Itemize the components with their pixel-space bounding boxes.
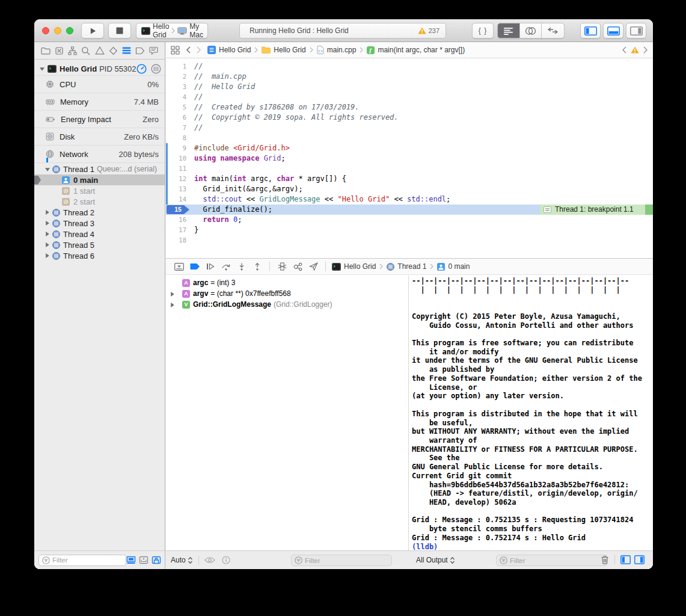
code-snippet-button[interactable]: { } — [472, 23, 494, 38]
version-editor-button[interactable] — [542, 23, 564, 38]
previous-issue-button[interactable] — [622, 46, 626, 54]
show-interesting-frames-icon[interactable] — [126, 556, 136, 564]
clear-console-button[interactable] — [601, 555, 609, 564]
line-number[interactable]: 3 — [166, 82, 186, 92]
code-line[interactable]: 8 — [166, 133, 653, 143]
debug-gauges-icon[interactable] — [136, 64, 147, 74]
zoom-button[interactable] — [66, 27, 73, 34]
disclosure-triangle[interactable] — [44, 242, 51, 248]
toggle-inspector-button[interactable] — [626, 23, 646, 38]
code-line[interactable]: 11 — [166, 164, 653, 174]
nav-report-icon[interactable] — [149, 46, 158, 55]
gauge-row[interactable]: Network208 bytes/s — [34, 145, 165, 162]
assistant-editor-button[interactable] — [520, 23, 542, 38]
line-number[interactable]: 9 — [166, 143, 186, 153]
thread-row[interactable]: Thread 4 — [34, 229, 165, 239]
stack-frame-row[interactable]: 2 start — [34, 196, 165, 207]
nav-project-icon[interactable] — [41, 46, 51, 55]
code-line[interactable]: 4// — [166, 92, 653, 102]
print-description-button[interactable] — [222, 556, 230, 564]
disclosure-triangle[interactable] — [44, 253, 51, 259]
variable-row[interactable]: Aargc= (int) 3 — [166, 277, 408, 288]
line-number[interactable]: 18 — [166, 235, 186, 245]
code-line[interactable]: 3// Hello Grid — [166, 82, 653, 92]
nav-issue-icon[interactable] — [95, 46, 105, 55]
console-output[interactable]: --|--|--|--|--|--|--|--|--|--|--|--|--|-… — [409, 276, 653, 550]
forward-button[interactable] — [197, 46, 201, 54]
breadcrumb-item[interactable]: c+main.cpp — [317, 46, 357, 54]
variable-row[interactable]: Aargv= (char **) 0x7ffeefbff568 — [166, 288, 408, 299]
code-line[interactable]: 17} — [166, 225, 653, 235]
issue-warning-icon[interactable] — [631, 46, 639, 54]
breadcrumb-item[interactable]: Hello Grid — [262, 46, 305, 54]
toggle-variables-view-button[interactable] — [620, 555, 631, 564]
gauge-row[interactable]: Memory7.4 MB — [34, 93, 165, 110]
code-line[interactable]: 1// — [166, 61, 653, 72]
lldb-prompt[interactable]: (lldb) — [412, 543, 653, 550]
continue-execution-button[interactable] — [203, 263, 218, 270]
step-over-button[interactable] — [219, 263, 233, 271]
thread-row[interactable]: Thread 6 — [34, 250, 165, 261]
toggle-navigator-button[interactable] — [580, 23, 601, 38]
code-line[interactable]: 13 Grid_init(&argc,&argv); — [166, 184, 653, 194]
thread-row[interactable]: Thread 3 — [34, 218, 165, 229]
titlebar[interactable]: Hello Grid My Mac Running Hello Grid : H… — [34, 19, 653, 42]
breadcrumb-item[interactable]: 0 main — [437, 262, 470, 271]
stack-frames-view-icon[interactable] — [151, 64, 161, 74]
nav-symbol-icon[interactable] — [68, 46, 77, 55]
code-line[interactable]: 7// — [166, 123, 653, 133]
code-line[interactable]: 5// Created by s1786208 on 17/03/2019. — [166, 102, 653, 112]
code-line[interactable]: 10using namespace Grid; — [166, 153, 653, 164]
gauge-row[interactable]: Energy ImpactZero — [34, 110, 165, 128]
console-filter-input[interactable]: Filter — [496, 555, 608, 566]
toggle-debug-area-button[interactable] — [603, 23, 623, 38]
next-issue-button[interactable] — [643, 46, 648, 54]
nav-test-icon[interactable] — [109, 46, 118, 55]
line-number[interactable]: 14 — [166, 194, 186, 205]
line-number[interactable]: 10 — [166, 153, 186, 164]
console-scope-dropdown[interactable]: All Output — [416, 556, 455, 564]
line-number[interactable]: 8 — [166, 133, 186, 143]
nav-source-control-icon[interactable] — [55, 46, 64, 55]
code-line[interactable]: 15 Grid_finalize();Thread 1: breakpoint … — [166, 205, 653, 215]
step-into-button[interactable] — [234, 263, 249, 271]
memory-graph-button[interactable] — [290, 262, 305, 271]
step-out-button[interactable] — [250, 263, 265, 271]
process-row[interactable]: Hello Grid PID 55302 — [34, 62, 165, 75]
code-line[interactable]: 9#include <Grid/Grid.h> — [166, 143, 653, 153]
code-line[interactable]: 14 std::cout << GridLogMessage << "Hello… — [166, 194, 653, 205]
toggle-console-view-button[interactable] — [634, 555, 645, 564]
code-line[interactable]: 6// Copyright © 2019 sopa. All rights re… — [166, 112, 653, 123]
breakpoint-annotation[interactable]: Thread 1: breakpoint 1.1 — [540, 205, 645, 215]
line-number[interactable]: 7 — [166, 123, 186, 133]
line-number[interactable]: 2 — [166, 72, 186, 82]
thread-row[interactable]: Thread 5 — [34, 239, 165, 250]
disclosure-triangle[interactable] — [170, 291, 175, 297]
line-number[interactable]: 16 — [166, 215, 186, 225]
debug-view-hierarchy-button[interactable] — [275, 262, 289, 271]
warning-count-badge[interactable]: 237 — [418, 27, 439, 34]
nav-debug-icon[interactable] — [122, 46, 131, 55]
breadcrumb-item[interactable]: Hello Grid — [332, 262, 376, 271]
quick-look-button[interactable] — [204, 556, 215, 564]
stop-button[interactable] — [108, 23, 131, 38]
hide-debug-area-button[interactable] — [172, 263, 186, 271]
navigator-filter-input[interactable]: Filter — [38, 555, 126, 566]
disclosure-triangle[interactable] — [44, 220, 51, 226]
simulate-location-button[interactable] — [306, 262, 320, 271]
breadcrumb-item[interactable]: Thread 1 — [387, 262, 426, 271]
breakpoints-toggle-button[interactable] — [188, 263, 202, 270]
line-number[interactable]: 4 — [166, 92, 186, 102]
code-line[interactable]: 12int main(int argc, char * argv[]) { — [166, 174, 653, 184]
line-number[interactable]: 5 — [166, 102, 186, 112]
code-line[interactable]: 16 return 0; — [166, 215, 653, 225]
run-button[interactable] — [81, 23, 104, 38]
variables-filter-input[interactable]: Filter — [291, 555, 392, 566]
gauge-row[interactable]: DiskZero KB/s — [34, 128, 165, 145]
code-line[interactable]: 18 — [166, 235, 653, 245]
variable-row[interactable]: VGrid::GridLogMessage(Grid::GridLogger) — [166, 299, 408, 310]
related-items-icon[interactable] — [171, 46, 180, 55]
line-number[interactable]: 17 — [166, 225, 186, 235]
line-number[interactable]: 6 — [166, 112, 186, 123]
nav-breakpoint-icon[interactable] — [135, 47, 145, 55]
